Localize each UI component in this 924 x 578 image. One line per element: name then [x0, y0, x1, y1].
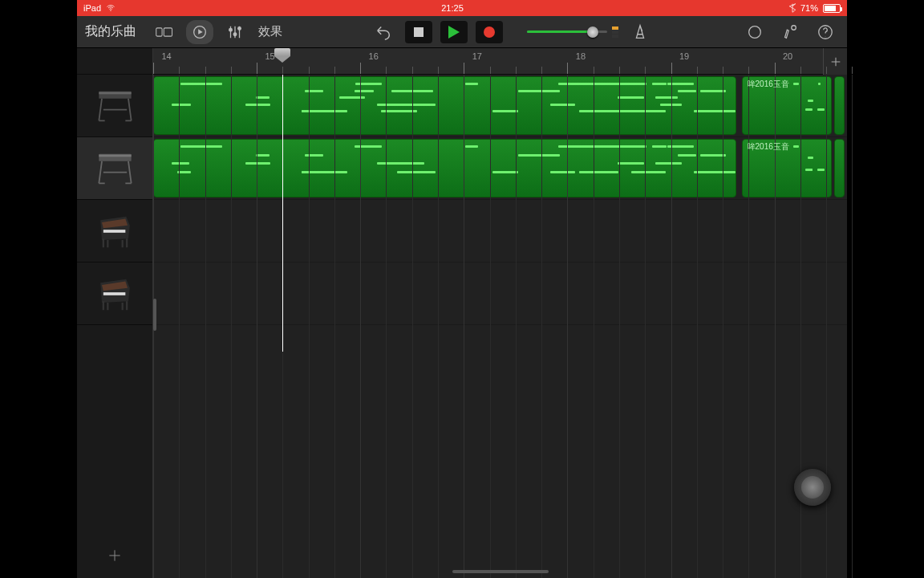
midi-clip[interactable]: [153, 139, 736, 197]
track-header-4[interactable]: [77, 263, 152, 325]
track-header-column: [77, 48, 153, 578]
home-indicator[interactable]: [452, 570, 549, 573]
vertical-scrollbar[interactable]: [153, 299, 156, 331]
svg-rect-12: [99, 154, 131, 157]
midi-clip[interactable]: [153, 76, 736, 135]
main-toolbar: 我的乐曲 效果: [77, 16, 847, 48]
keyboard-icon: [93, 144, 137, 193]
svg-rect-1: [156, 27, 162, 35]
svg-rect-14: [103, 292, 125, 295]
level-meter: [612, 26, 618, 38]
svg-point-0: [110, 10, 111, 10]
clock: 21:25: [441, 3, 464, 13]
clip-label: 哞2016玉音: [748, 141, 789, 153]
loop-button[interactable]: [741, 20, 768, 44]
metronome-button[interactable]: [626, 20, 654, 44]
svg-point-7: [749, 26, 761, 38]
add-track-button[interactable]: [77, 533, 152, 578]
midi-clip[interactable]: [834, 76, 845, 135]
device-label: iPad: [83, 3, 101, 13]
bluetooth-icon: [789, 3, 796, 13]
svg-point-4: [229, 28, 233, 31]
fx-label[interactable]: 效果: [258, 24, 282, 39]
timeline-area[interactable]: 14151617181920 哞2016玉音: [153, 48, 847, 578]
piano-icon: [93, 270, 137, 318]
keyboard-icon: [93, 82, 137, 130]
midi-clip[interactable]: [834, 139, 845, 197]
playhead-handle[interactable]: [274, 48, 290, 59]
svg-point-5: [233, 32, 237, 35]
song-title[interactable]: 我的乐曲: [85, 23, 136, 40]
clip-label: 哞2016玉音: [748, 79, 789, 90]
track-header-1[interactable]: [77, 75, 152, 137]
wifi-icon: [106, 3, 116, 13]
workspace: 14151617181920 哞2016玉音: [77, 48, 847, 578]
settings-button[interactable]: [776, 20, 804, 44]
zoom-knob[interactable]: [794, 469, 831, 506]
svg-rect-13: [103, 230, 125, 233]
piano-icon: [93, 207, 137, 255]
svg-rect-10: [99, 92, 131, 94]
bar-ruler[interactable]: 14151617181920: [153, 48, 847, 75]
midi-clip[interactable]: 哞2016玉音: [742, 76, 832, 135]
record-button[interactable]: [476, 21, 503, 43]
master-volume[interactable]: [527, 26, 618, 38]
battery-pct: 71%: [800, 3, 818, 13]
transport-controls: [370, 20, 654, 44]
track-lanes[interactable]: 哞2016玉音 哞2016玉音: [153, 75, 847, 578]
instrument-browser-button[interactable]: [186, 20, 213, 44]
track-header-2[interactable]: [77, 137, 152, 200]
mixer-button[interactable]: [221, 20, 249, 44]
svg-rect-2: [164, 27, 172, 35]
view-toggle-button[interactable]: [151, 20, 178, 44]
midi-clip[interactable]: 哞2016玉音: [742, 139, 832, 197]
help-button[interactable]: [812, 20, 839, 44]
status-bar: iPad 21:25 71%: [77, 0, 847, 16]
track-header-3[interactable]: [77, 200, 152, 263]
svg-point-6: [238, 26, 241, 30]
play-button[interactable]: [440, 21, 468, 43]
undo-button[interactable]: [370, 20, 397, 44]
stop-button[interactable]: [405, 21, 432, 43]
battery-icon: [823, 4, 841, 13]
playhead-line: [282, 75, 283, 352]
